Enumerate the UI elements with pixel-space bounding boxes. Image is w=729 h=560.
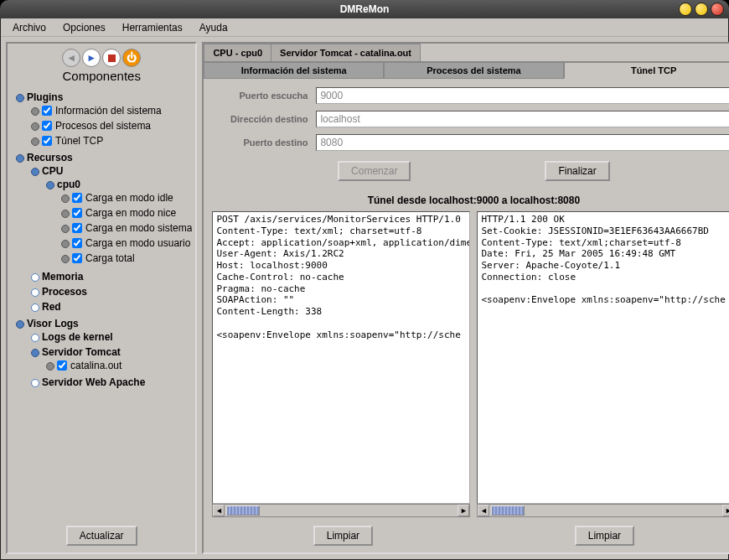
minimize-icon[interactable] <box>679 3 692 16</box>
response-log[interactable]: HTTP/1.1 200 OK Set-Cookie: JSESSIONID=3… <box>477 211 729 504</box>
expand-icon[interactable] <box>31 288 39 296</box>
listen-port-label: Puerto escucha <box>215 91 316 101</box>
tree-item[interactable]: Túnel TCP <box>55 135 103 147</box>
scroll-right-icon[interactable]: ► <box>722 505 729 516</box>
request-log[interactable]: POST /axis/services/MonitorServices HTTP… <box>212 211 470 504</box>
chk-total[interactable] <box>72 253 82 263</box>
update-button[interactable]: Actualizar <box>66 526 137 546</box>
leaf-icon <box>61 210 69 217</box>
stop-button[interactable]: Finalizar <box>545 161 609 181</box>
main-panel: CPU - cpu0 Servidor Tomcat - catalina.ou… <box>202 42 729 554</box>
expand-icon[interactable] <box>31 303 39 311</box>
nav-back-icon[interactable]: ◄ <box>62 49 80 67</box>
tree-recursos[interactable]: Recursos <box>27 152 73 163</box>
dest-host-input[interactable] <box>316 111 729 127</box>
sidebar: ◄ ► ⏻ Componentes Plugins Información de… <box>6 42 197 554</box>
menu-herramientas[interactable]: Herramientas <box>116 20 189 35</box>
chk-catalina[interactable] <box>57 360 67 371</box>
tree-item[interactable]: Carga en modo usuario <box>85 237 190 249</box>
maximize-icon[interactable] <box>695 3 708 16</box>
chk-procesos[interactable] <box>42 121 52 131</box>
scrollbar[interactable]: ◄► <box>477 504 729 517</box>
dest-host-label: Dirección destino <box>215 114 316 124</box>
chk-nice[interactable] <box>72 208 82 218</box>
tunnel-title: Túnel desde localhost:9000 a localhost:8… <box>204 193 729 211</box>
leaf-icon <box>61 194 69 202</box>
expand-icon[interactable] <box>31 334 39 341</box>
chk-info-sistema[interactable] <box>42 106 52 116</box>
component-tree: Plugins Información del sistema Procesos… <box>11 90 192 521</box>
leaf-icon <box>61 240 69 247</box>
expand-icon[interactable] <box>16 320 23 328</box>
leaf-icon <box>31 107 39 115</box>
top-tabs: CPU - cpu0 Servidor Tomcat - catalina.ou… <box>204 44 729 61</box>
tree-cpu0[interactable]: cpu0 <box>57 179 80 190</box>
chk-usuario[interactable] <box>72 238 82 248</box>
expand-icon[interactable] <box>16 154 23 162</box>
subtab-tunel[interactable]: Túnel TCP <box>564 62 729 79</box>
menu-archivo[interactable]: Archivo <box>6 20 53 35</box>
tree-procesos[interactable]: Procesos <box>42 286 87 298</box>
tree-visorlogs[interactable]: Visor Logs <box>27 318 79 329</box>
dest-port-label: Puerto destino <box>215 137 316 148</box>
titlebar[interactable]: DMReMon <box>0 0 729 18</box>
dest-port-input[interactable] <box>316 134 729 151</box>
tab-cpu[interactable]: CPU - cpu0 <box>204 44 271 61</box>
scrollbar[interactable]: ◄► <box>212 504 470 517</box>
expand-icon[interactable] <box>31 168 39 175</box>
tab-tomcat[interactable]: Servidor Tomcat - catalina.out <box>271 44 421 61</box>
chk-sistema[interactable] <box>72 223 82 233</box>
subtab-procesos[interactable]: Procesos del sistema <box>384 62 564 79</box>
scroll-thumb[interactable] <box>491 506 525 516</box>
scroll-thumb[interactable] <box>226 506 260 516</box>
tree-red[interactable]: Red <box>42 301 61 313</box>
tree-plugins[interactable]: Plugins <box>27 91 63 103</box>
sidebar-title: Componentes <box>11 69 192 83</box>
nav-fwd-icon[interactable]: ► <box>82 49 101 67</box>
tree-item[interactable]: catalina.out <box>70 360 122 371</box>
chk-idle[interactable] <box>72 193 82 203</box>
subtab-info[interactable]: Información del sistema <box>204 62 384 79</box>
expand-icon[interactable] <box>31 273 39 281</box>
tree-apache[interactable]: Servidor Web Apache <box>42 376 145 388</box>
leaf-icon <box>31 137 39 145</box>
tree-kernel[interactable]: Logs de kernel <box>42 331 113 343</box>
close-icon[interactable] <box>711 3 724 16</box>
window-title: DMReMon <box>0 3 729 15</box>
sub-tabs: Información del sistema Procesos del sis… <box>204 61 729 79</box>
menu-ayuda[interactable]: Ayuda <box>193 20 235 35</box>
expand-icon[interactable] <box>16 94 23 101</box>
scroll-left-icon[interactable]: ◄ <box>478 505 489 516</box>
expand-icon[interactable] <box>31 379 39 386</box>
menu-opciones[interactable]: Opciones <box>56 20 112 35</box>
tree-item[interactable]: Carga en modo idle <box>85 192 173 204</box>
stop-icon[interactable] <box>102 49 121 67</box>
menubar: Archivo Opciones Herramientas Ayuda <box>1 18 728 37</box>
expand-icon[interactable] <box>31 349 39 356</box>
listen-port-input[interactable] <box>316 87 729 104</box>
tree-memoria[interactable]: Memoria <box>42 271 83 283</box>
chk-tunel[interactable] <box>42 136 52 146</box>
tree-item[interactable]: Procesos del sistema <box>55 120 151 132</box>
leaf-icon <box>61 255 69 262</box>
leaf-icon <box>61 225 69 232</box>
tree-item[interactable]: Carga en modo sistema <box>85 222 192 234</box>
scroll-right-icon[interactable]: ► <box>458 505 469 516</box>
power-icon[interactable]: ⏻ <box>122 49 141 67</box>
expand-icon[interactable] <box>46 181 54 189</box>
start-button[interactable]: Comenzar <box>338 161 411 181</box>
leaf-icon <box>46 362 54 370</box>
scroll-left-icon[interactable]: ◄ <box>213 505 225 516</box>
tree-tomcat[interactable]: Servidor Tomcat <box>42 346 121 358</box>
tree-cpu[interactable]: CPU <box>42 165 63 177</box>
tree-item[interactable]: Información del sistema <box>55 105 162 117</box>
clear-response-button[interactable]: Limpiar <box>575 526 634 546</box>
tree-item[interactable]: Carga total <box>85 252 135 264</box>
tree-item[interactable]: Carga en modo nice <box>85 207 176 219</box>
clear-request-button[interactable]: Limpiar <box>313 526 373 546</box>
leaf-icon <box>31 122 39 130</box>
